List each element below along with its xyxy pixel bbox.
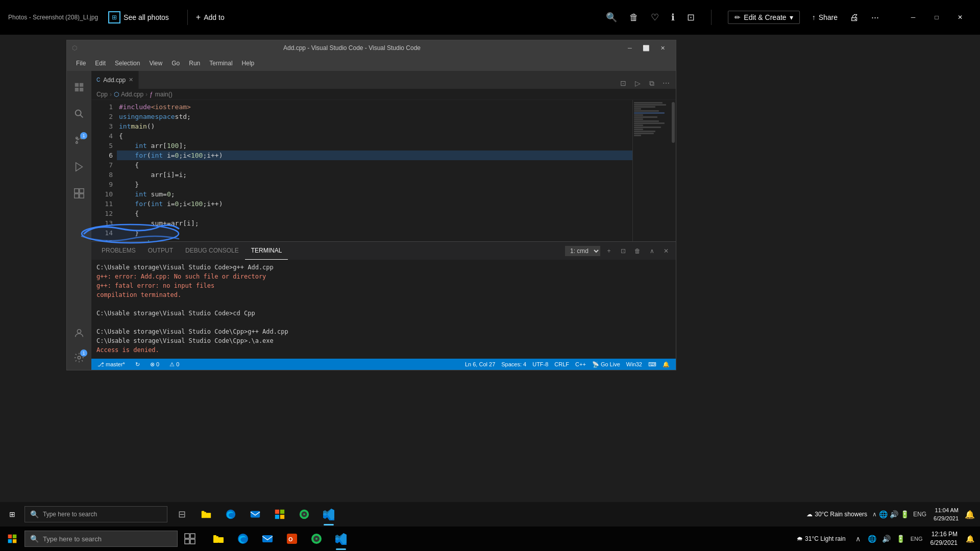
terminal-selector[interactable]: 1: cmd (565, 246, 600, 256)
inner-lang[interactable]: ENG (911, 511, 928, 518)
status-go-live[interactable]: 📡 Go Live (590, 359, 622, 370)
tray-lang[interactable]: ENG (909, 533, 924, 545)
tray-clock[interactable]: 12:16 PM 6/29/2021 (926, 530, 962, 547)
taskbar-spotify[interactable] (304, 527, 329, 551)
breadcrumb-cpp[interactable]: Cpp (96, 91, 108, 98)
status-warnings[interactable]: ⚠ 0 (167, 359, 181, 370)
status-encoding[interactable]: UTF-8 (530, 359, 550, 370)
menu-go[interactable]: Go (167, 58, 184, 69)
taskbar-edge[interactable] (231, 527, 255, 551)
terminal-up-icon[interactable]: ∧ (646, 245, 657, 257)
add-to-button[interactable]: + Add to (196, 13, 225, 22)
menu-terminal[interactable]: Terminal (205, 58, 236, 69)
inner-taskview-icon[interactable]: ⊟ (169, 502, 194, 527)
tray-show-hidden[interactable]: ∧ (852, 533, 864, 545)
status-line-ending[interactable]: CRLF (552, 359, 571, 370)
menu-selection[interactable]: Selection (111, 58, 144, 69)
tray-network-icon[interactable]: 🌐 (866, 533, 878, 545)
activity-account[interactable] (67, 321, 91, 345)
maximize-button[interactable]: □ (925, 9, 948, 26)
taskbar-mail[interactable] (255, 527, 280, 551)
inner-media-icon[interactable] (292, 502, 316, 527)
tab-output[interactable]: OUTPUT (142, 242, 179, 260)
code-area[interactable]: 1 2 3 4 5 6 7 8 9 10 11 12 13 14 15 16 1 (91, 100, 676, 241)
tab-terminal[interactable]: TERMINAL (245, 242, 288, 260)
trash-terminal-icon[interactable]: 🗑 (632, 245, 643, 257)
editor-scrollbar[interactable] (671, 100, 676, 241)
inner-start-icon[interactable]: ⊞ (0, 502, 24, 527)
taskbar-fileexplorer[interactable] (206, 527, 231, 551)
inner-caret-icon[interactable]: ∧ (872, 511, 877, 518)
activity-extensions[interactable] (67, 181, 91, 206)
tray-weather[interactable]: 🌧 31°C Light rain (793, 535, 850, 542)
vscode-minimize[interactable]: ─ (622, 42, 638, 54)
start-button[interactable] (0, 527, 24, 551)
menu-edit[interactable]: Edit (91, 58, 110, 69)
activity-settings[interactable]: 1 (67, 345, 91, 370)
terminal-close-icon[interactable]: ✕ (660, 245, 672, 257)
tray-notification-icon[interactable]: 🔔 (964, 533, 976, 545)
inner-search-box[interactable]: 🔍 Type here to search (24, 506, 167, 522)
tray-volume-icon[interactable]: 🔊 (880, 533, 893, 545)
taskbar-vscode[interactable] (329, 527, 353, 551)
terminal-content[interactable]: C:\Usable storage\Visual Studio Code>g++… (91, 260, 676, 359)
inner-vscode-icon[interactable] (316, 502, 341, 527)
more-actions-icon[interactable]: ⋯ (660, 78, 672, 89)
split-view-icon[interactable]: ⧉ (646, 78, 657, 89)
crop-icon[interactable]: ⊡ (687, 12, 695, 23)
minimize-button[interactable]: ─ (901, 9, 925, 26)
inner-store-icon[interactable] (267, 502, 292, 527)
activity-explorer[interactable] (67, 75, 91, 99)
status-errors[interactable]: ⊗ 0 (148, 359, 161, 370)
inner-weather[interactable]: ☁ 30°C Rain showers (802, 511, 871, 518)
inner-network-icon[interactable]: 🌐 (879, 510, 888, 518)
taskbar-search[interactable]: 🔍 Type here to search (24, 531, 178, 547)
status-platform[interactable]: Win32 (624, 359, 644, 370)
print-icon[interactable]: 🖨 (850, 12, 859, 23)
see-all-photos-button[interactable]: ⊞ See all photos (108, 11, 169, 23)
inner-volume-icon[interactable]: 🔊 (890, 510, 898, 518)
menu-file[interactable]: File (72, 58, 90, 69)
vscode-close[interactable]: ✕ (654, 42, 671, 54)
more-options-icon[interactable]: ··· (871, 12, 879, 23)
status-line-col[interactable]: Ln 6, Col 27 (463, 359, 497, 370)
tab-problems[interactable]: PROBLEMS (95, 242, 142, 260)
breadcrumb-func[interactable]: main() (155, 91, 173, 98)
inner-battery-icon[interactable]: 🔋 (900, 510, 909, 518)
tab-close-icon[interactable]: ✕ (129, 77, 133, 83)
breadcrumb-file[interactable]: Add.cpp (121, 91, 143, 98)
split-terminal-icon[interactable]: ⊡ (618, 245, 629, 257)
vscode-maximize[interactable]: ⬜ (638, 42, 654, 54)
info-icon[interactable]: ℹ (671, 12, 675, 23)
scrollbar-thumb[interactable] (672, 102, 675, 143)
activity-scm[interactable]: 1 (67, 128, 91, 153)
taskbar-office[interactable]: O (280, 527, 304, 551)
close-button[interactable]: ✕ (948, 9, 972, 26)
activity-search[interactable] (67, 102, 91, 126)
activity-run[interactable] (67, 155, 91, 179)
new-terminal-icon[interactable]: + (603, 245, 615, 257)
inner-notification-icon[interactable]: 🔔 (964, 508, 976, 520)
taskbar-taskview[interactable] (178, 527, 202, 551)
status-sync[interactable]: ↻ (133, 359, 142, 370)
delete-icon[interactable]: 🗑 (629, 12, 639, 23)
status-notification[interactable]: 🔔 (660, 359, 672, 370)
inner-clock[interactable]: 11:04 AM 6/29/2021 (929, 506, 963, 523)
menu-view[interactable]: View (145, 58, 166, 69)
zoom-icon[interactable]: 🔍 (606, 12, 617, 23)
status-spaces[interactable]: Spaces: 4 (499, 359, 528, 370)
run-code-icon[interactable]: ▷ (632, 78, 643, 89)
tab-debug-console[interactable]: DEBUG CONSOLE (179, 242, 245, 260)
code-content[interactable]: #include<iostream> using namespace std; … (117, 100, 632, 241)
status-branch[interactable]: ⎇ master* (95, 359, 127, 370)
edit-create-button[interactable]: ✏ Edit & Create ▾ (728, 11, 799, 24)
inner-mail-icon[interactable] (243, 502, 267, 527)
tray-battery-icon[interactable]: 🔋 (895, 533, 907, 545)
menu-help[interactable]: Help (238, 58, 259, 69)
split-editor-icon[interactable]: ⊡ (618, 78, 629, 89)
menu-run[interactable]: Run (185, 58, 204, 69)
inner-fileexplorer-icon[interactable] (194, 502, 218, 527)
tab-add-cpp[interactable]: C Add.cpp ✕ (91, 71, 139, 89)
status-remote-icon[interactable]: ⌨ (646, 359, 658, 370)
favorite-icon[interactable]: ♡ (651, 12, 659, 23)
